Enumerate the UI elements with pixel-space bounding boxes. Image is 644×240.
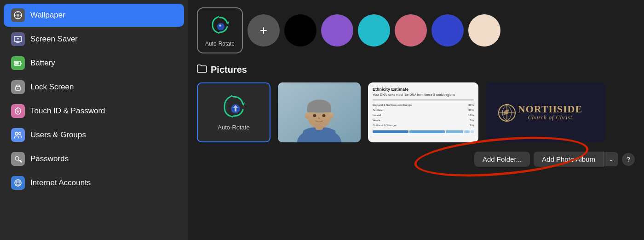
svg-rect-4 [21, 63, 22, 64]
passwords-icon [11, 152, 25, 166]
sidebar-item-wallpaper[interactable]: Wallpaper [4, 4, 184, 27]
doc-row-3: Ireland 16% [373, 114, 474, 117]
color-swatch-teal[interactable] [358, 14, 390, 47]
sidebar-item-passwords[interactable]: Passwords [4, 147, 184, 170]
sidebar-item-passwords-label: Passwords [30, 154, 69, 164]
sidebar-item-screensaver[interactable]: Screen Saver [4, 28, 184, 51]
autorotate-icon [209, 14, 231, 38]
wallpaper-icon [11, 8, 25, 22]
svg-point-1 [17, 14, 19, 17]
sidebar-item-wallpaper-label: Wallpaper [30, 11, 65, 20]
lockscreen-icon [11, 80, 25, 94]
pictures-section-header: Pictures [197, 64, 635, 75]
sidebar-item-touchid-label: Touch ID & Password [30, 106, 105, 116]
help-button[interactable]: ? [622, 153, 635, 166]
svg-point-20 [313, 114, 316, 117]
svg-point-21 [322, 114, 326, 117]
sidebar-item-battery[interactable]: Battery [4, 52, 184, 75]
doc-subtitle: Your DNA looks most like DNA from these … [373, 93, 474, 96]
northside-logo-photo[interactable]: NORTHSIDE Church of Christ [486, 82, 605, 142]
pictures-label: Pictures [211, 64, 247, 75]
person-photo[interactable] [278, 82, 361, 142]
autorotate-swatch-selected[interactable]: Auto-Rotate [197, 7, 243, 53]
users-icon [11, 128, 25, 142]
svg-point-23 [329, 112, 334, 119]
sidebar-item-users-label: Users & Groups [30, 130, 86, 140]
svg-point-13 [217, 23, 224, 30]
screensaver-icon [11, 32, 25, 46]
document-photo[interactable]: Ethnicity Estimate Your DNA looks most l… [368, 82, 478, 142]
pictures-grid: Auto-Rotate [197, 82, 635, 142]
sidebar-item-battery-label: Battery [30, 59, 55, 68]
doc-row-2: Scotland 33% [373, 109, 474, 111]
add-swatch-button[interactable]: + [247, 14, 280, 47]
add-photo-album-button[interactable]: Add Photo Album [534, 152, 604, 167]
sidebar-item-lockscreen[interactable]: Lock Screen [4, 76, 184, 99]
autorotate-thumb-label: Auto-Rotate [218, 124, 249, 131]
doc-row-5: Gottland & Sveriget 3% [373, 124, 474, 127]
main-content: Auto-Rotate + Pictures [188, 0, 644, 240]
swatches-row: Auto-Rotate + [197, 7, 635, 53]
bottom-buttons-row: Add Folder... Add Photo Album ⌄ ? [197, 152, 635, 167]
color-swatch-blue[interactable] [431, 14, 464, 47]
add-folder-button[interactable]: Add Folder... [474, 152, 530, 167]
folder-icon [197, 64, 207, 75]
svg-point-7 [17, 88, 18, 89]
sidebar-item-lockscreen-label: Lock Screen [30, 82, 74, 92]
northside-logo-text: NORTHSIDE Church of Christ [518, 104, 582, 121]
color-swatch-peach[interactable] [468, 14, 500, 47]
sidebar: Wallpaper Screen Saver Battery [0, 0, 188, 240]
svg-rect-5 [15, 62, 19, 65]
autorotate-thumbnail[interactable]: Auto-Rotate [197, 82, 270, 142]
svg-point-9 [15, 132, 18, 135]
sidebar-item-touchid[interactable]: Touch ID & Password [4, 100, 184, 123]
doc-row-4: Wales 5% [373, 119, 474, 122]
color-swatch-black[interactable] [284, 14, 316, 47]
sidebar-item-screensaver-label: Screen Saver [30, 35, 78, 44]
sidebar-item-internet[interactable]: Internet Accounts [4, 171, 184, 194]
svg-point-22 [305, 112, 310, 119]
touchid-icon [11, 104, 25, 118]
color-swatch-rose[interactable] [395, 14, 427, 47]
color-swatch-purple[interactable] [321, 14, 353, 47]
battery-icon [11, 56, 25, 70]
doc-row-1: England & Northwestern Europe 33% [373, 104, 474, 106]
add-photo-album-arrow[interactable]: ⌄ [604, 152, 618, 166]
svg-point-10 [19, 133, 21, 135]
sidebar-item-users[interactable]: Users & Groups [4, 123, 184, 146]
autorotate-label: Auto-Rotate [205, 41, 235, 47]
internet-icon [11, 176, 25, 190]
doc-title: Ethnicity Estimate [373, 87, 474, 92]
autorotate-thumb-icon [220, 94, 247, 121]
sidebar-item-internet-label: Internet Accounts [30, 178, 91, 187]
add-photo-album-dropdown: Add Photo Album ⌄ [534, 152, 618, 167]
